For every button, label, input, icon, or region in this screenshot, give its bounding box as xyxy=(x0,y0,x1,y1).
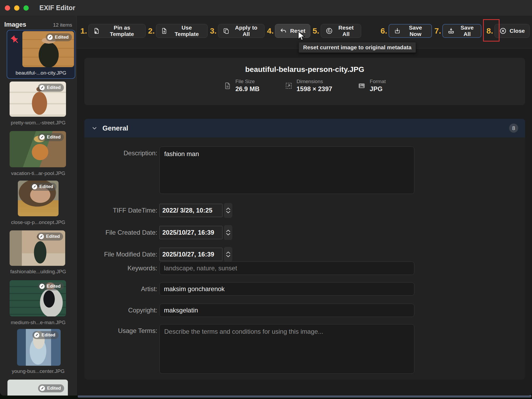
toolbar-group-3: 3. Apply to All xyxy=(210,24,265,38)
save-all-button[interactable]: Save All xyxy=(442,24,481,38)
close-window-button[interactable] xyxy=(5,5,10,11)
general-section-title: General xyxy=(102,124,128,132)
file-modified-date-label: File Modified Date: xyxy=(84,248,157,261)
titlebar: EXIF Editor xyxy=(0,0,532,16)
annotation-number-7: 7. xyxy=(434,26,441,35)
stat-label: File Size xyxy=(235,79,259,84)
window-title: EXIF Editor xyxy=(39,4,75,12)
edited-badge: Edited xyxy=(46,33,72,41)
usage-terms-label: Usage Terms: xyxy=(84,324,157,337)
stat-value: 26.9 MB xyxy=(235,85,259,93)
reset-circle-icon xyxy=(325,27,333,35)
pin-icon xyxy=(9,33,22,47)
sidebar-item-7[interactable]: Edited young-bus...center.JPG xyxy=(0,329,76,376)
thumbnail-image: Edited xyxy=(18,181,59,216)
sidebar-item-1-selected[interactable]: Edited beautiful-...on-city.JPG xyxy=(7,30,75,79)
file-modified-date-field[interactable] xyxy=(159,248,222,261)
file-created-date-stepper[interactable] xyxy=(224,225,232,240)
pin-as-template-button[interactable]: Pin as Template xyxy=(88,24,146,38)
sidebar-item-6[interactable]: Edited medium-sh...e-man.JPG xyxy=(0,280,76,327)
toolbar-group-6: 6. Save Now xyxy=(381,24,432,38)
usage-terms-field[interactable] xyxy=(159,324,414,374)
image-filename: pretty-wom...-street.JPG xyxy=(0,120,76,126)
general-section: General 8 Description: fashion man TIFF … xyxy=(84,119,525,380)
annotation-number-6: 6. xyxy=(381,26,387,35)
edited-badge: Edited xyxy=(30,183,56,191)
pencil-circle-icon xyxy=(39,85,45,91)
sidebar-item-5[interactable]: Edited fashionable...uilding.JPG xyxy=(0,230,76,276)
stepper-down-icon xyxy=(226,233,230,235)
file-icon xyxy=(224,82,232,90)
sidebar-item-2[interactable]: Edited pretty-wom...-street.JPG xyxy=(0,82,76,127)
pencil-circle-icon xyxy=(39,385,45,391)
image-filename: fashionable...uilding.JPG xyxy=(0,269,76,275)
thumbnail-image: Edited xyxy=(10,230,65,266)
pin-as-template-label: Pin as Template xyxy=(103,25,141,37)
main-content: 1. Pin as Template 2. Use Templa xyxy=(77,16,532,396)
edited-badge: Edited xyxy=(38,282,64,290)
edited-badge-label: Edited xyxy=(39,184,53,189)
stat-value: JPG xyxy=(370,85,386,93)
pencil-circle-icon xyxy=(32,184,38,190)
apply-to-all-label: Apply to All xyxy=(233,25,260,37)
pencil-circle-icon xyxy=(47,34,53,40)
thumbnail-image: Edited xyxy=(22,31,74,67)
use-template-button[interactable]: Use Template xyxy=(156,24,207,38)
image-filename: medium-sh...e-man.JPG xyxy=(0,320,76,325)
reset-all-button[interactable]: Reset All xyxy=(321,24,361,38)
stepper-down-icon xyxy=(226,255,230,257)
sidebar-item-8[interactable]: Edited xyxy=(0,380,76,396)
edited-badge-label: Edited xyxy=(47,386,61,391)
annotation-number-4: 4. xyxy=(267,26,274,35)
edited-badge-label: Edited xyxy=(47,284,61,289)
sidebar-item-3[interactable]: Edited vacation-ti...ar-pool.JPG xyxy=(0,131,76,178)
field-count-badge: 8 xyxy=(509,124,518,133)
edited-badge: Edited xyxy=(38,384,64,392)
edited-badge-label: Edited xyxy=(42,332,55,338)
tiff-datetime-field[interactable] xyxy=(159,204,222,217)
close-button[interactable]: Close xyxy=(494,24,530,38)
zoom-window-button[interactable] xyxy=(23,5,29,11)
thumbnail-image: Edited xyxy=(10,82,66,117)
description-field[interactable]: fashion man xyxy=(159,146,414,194)
reset-all-label: Reset All xyxy=(336,25,356,37)
sidebar-item-4[interactable]: Edited close-up-p...oncept.JPG xyxy=(0,181,76,227)
annotation-number-2: 2. xyxy=(148,26,155,35)
thumbnail-image: Edited xyxy=(7,380,68,396)
file-created-date-field[interactable] xyxy=(159,226,222,239)
general-section-header[interactable]: General 8 xyxy=(84,119,525,137)
edited-badge-label: Edited xyxy=(47,135,61,140)
edited-badge-label: Edited xyxy=(47,85,61,90)
minimize-window-button[interactable] xyxy=(14,5,19,11)
edited-badge-label: Edited xyxy=(55,35,69,40)
toolbar-group-5: 5. Reset All xyxy=(313,24,361,38)
stepper-up-icon xyxy=(226,230,230,232)
reset-tooltip: Reset current image to original metadata xyxy=(299,42,416,53)
images-sidebar: Images 12 items Edited beautiful-...on-c… xyxy=(0,16,77,396)
toolbar-group-1: 1. Pin as Template xyxy=(80,24,146,38)
edited-badge-label: Edited xyxy=(46,234,60,239)
file-stats-row: File Size 26.9 MB Dimensions 1598 × 2397 xyxy=(84,79,525,93)
toolbar-group-7: 7. Save All xyxy=(434,24,481,38)
stepper-down-icon xyxy=(226,211,230,213)
edited-badge: Edited xyxy=(38,84,64,92)
document-add-icon xyxy=(93,27,100,34)
toolbar-group-2: 2. Use Template xyxy=(148,24,207,38)
sidebar-header: Images 12 items xyxy=(0,16,76,28)
image-filename: close-up-p...oncept.JPG xyxy=(0,219,76,225)
image-filename: beautiful-...on-city.JPG xyxy=(7,70,75,76)
tiff-datetime-stepper[interactable] xyxy=(224,203,232,218)
save-now-label: Save Now xyxy=(404,25,427,37)
chevron-down-icon xyxy=(91,125,98,131)
copyright-field[interactable] xyxy=(159,304,414,317)
stepper-up-icon xyxy=(226,251,230,254)
exif-editor-window: EXIF Editor Images 12 items Edited beaut… xyxy=(0,0,532,396)
artist-field[interactable] xyxy=(159,282,414,296)
stat-format: Format JPG xyxy=(357,79,386,93)
copyright-label: Copyright: xyxy=(84,304,157,317)
keywords-field[interactable] xyxy=(159,262,414,275)
save-now-button[interactable]: Save Now xyxy=(389,24,432,38)
apply-to-all-button[interactable]: Apply to All xyxy=(218,24,265,38)
file-modified-date-stepper[interactable] xyxy=(224,247,232,262)
edited-badge: Edited xyxy=(38,133,64,141)
